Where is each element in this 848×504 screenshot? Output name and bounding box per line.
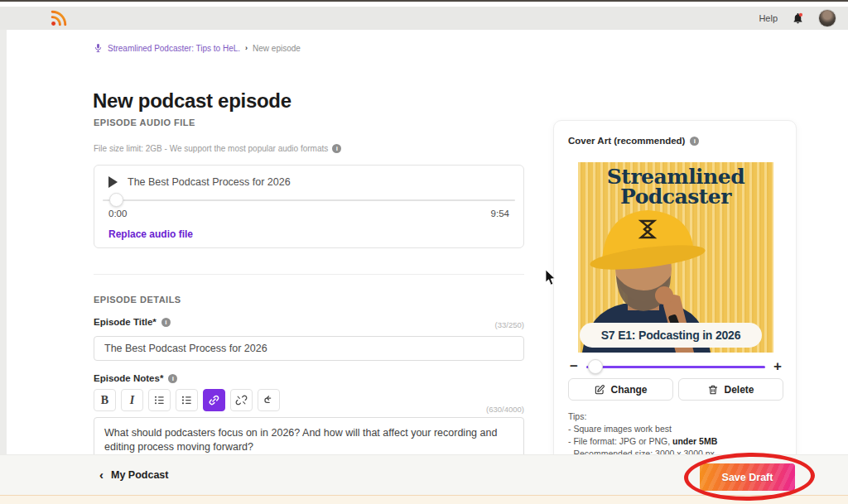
breadcrumb-podcast-link[interactable]: Streamlined Podcaster: Tips to HeL. <box>108 44 240 53</box>
duration-time: 9:54 <box>491 209 509 218</box>
tips-heading: Tips: <box>568 410 787 423</box>
replace-audio-link[interactable]: Replace audio file <box>108 228 193 240</box>
cover-art-episode-badge: S7 E1: Podcasting in 2026 <box>580 323 762 348</box>
footer-bar: ‹ My Podcast Save Draft <box>0 454 848 495</box>
zoom-slider-handle[interactable] <box>588 359 603 374</box>
notes-char-counter: (630/4000) <box>94 405 524 414</box>
info-icon[interactable] <box>690 137 699 146</box>
audio-hint-text: File size limit: 2GB - We support the mo… <box>94 144 328 153</box>
delete-button-label: Delete <box>724 384 754 396</box>
episode-title-input[interactable] <box>94 336 524 361</box>
breadcrumb-current: New episode <box>253 44 301 53</box>
details-section-heading: EPISODE DETAILS <box>94 295 181 305</box>
left-gutter <box>0 30 7 495</box>
episode-notes-label: Episode Notes* <box>94 373 163 383</box>
microphone-icon <box>94 43 103 53</box>
top-bar: Help <box>0 7 848 30</box>
save-draft-button[interactable]: Save Draft <box>700 463 795 491</box>
cover-art-image: Streamlined Podcaster <box>568 154 783 357</box>
back-to-podcast-link[interactable]: ‹ My Podcast <box>99 468 168 482</box>
tip-square-images: - Square images work best <box>568 423 787 435</box>
audio-track-title: The Best Podcast Process for 2026 <box>128 176 291 188</box>
bottom-strip <box>0 495 848 504</box>
change-button-label: Change <box>610 384 647 396</box>
tip-file-format: - File format: JPG or PNG, under 5MB <box>568 435 787 448</box>
cover-art-card: Cover Art (recommended) Streamlined Podc… <box>553 120 797 468</box>
zoom-in-icon[interactable]: + <box>772 358 783 375</box>
play-button[interactable] <box>108 176 118 188</box>
audio-section-heading: EPISODE AUDIO FILE <box>94 118 195 127</box>
trash-icon <box>707 384 719 396</box>
zoom-out-icon[interactable]: − <box>568 358 580 375</box>
cover-art-heading: Cover Art (recommended) <box>568 136 685 146</box>
zoom-slider[interactable] <box>586 366 765 368</box>
cover-art-show-title: Streamlined Podcaster <box>578 167 773 207</box>
chevron-left-icon: ‹ <box>99 468 104 482</box>
rss-logo-icon[interactable] <box>50 9 68 27</box>
audio-player-card: The Best Podcast Process for 2026 0:00 9… <box>94 165 524 248</box>
user-avatar[interactable] <box>818 9 836 27</box>
notification-bell-icon[interactable] <box>792 12 804 25</box>
chevron-right-icon: › <box>245 44 248 52</box>
section-divider <box>94 274 524 275</box>
info-icon[interactable] <box>168 374 177 383</box>
help-link[interactable]: Help <box>759 13 778 23</box>
delete-cover-button[interactable]: Delete <box>678 378 783 401</box>
title-char-counter: (33/250) <box>94 320 524 329</box>
back-link-label: My Podcast <box>111 469 168 481</box>
cover-zoom-control: − + <box>568 358 783 375</box>
page-title: New podcast episode <box>93 89 292 113</box>
elapsed-time: 0:00 <box>108 209 127 218</box>
seek-slider-handle[interactable] <box>109 193 123 207</box>
cover-art-tips: Tips: - Square images work best - File f… <box>568 410 787 460</box>
edit-icon <box>594 384 605 396</box>
breadcrumb: Streamlined Podcaster: Tips to HeL. › Ne… <box>94 43 301 53</box>
window-top-edge <box>0 0 848 2</box>
audio-file-hint: File size limit: 2GB - We support the mo… <box>94 144 341 153</box>
info-icon[interactable] <box>332 144 341 153</box>
change-cover-button[interactable]: Change <box>568 378 673 401</box>
seek-slider[interactable] <box>103 199 515 201</box>
